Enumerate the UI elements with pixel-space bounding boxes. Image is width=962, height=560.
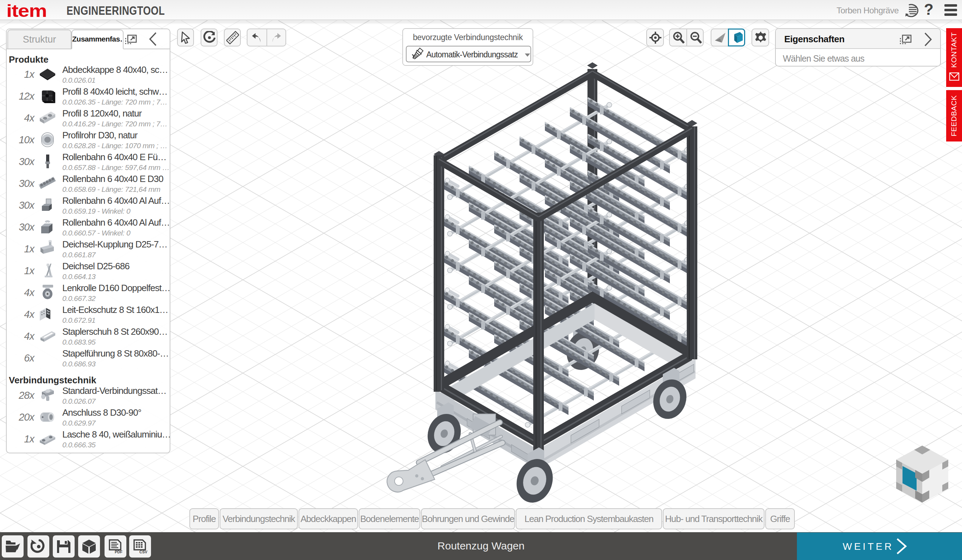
svg-text:KONTAKT: KONTAKT — [950, 32, 958, 68]
svg-text:FEEDBACK: FEEDBACK — [950, 95, 958, 136]
